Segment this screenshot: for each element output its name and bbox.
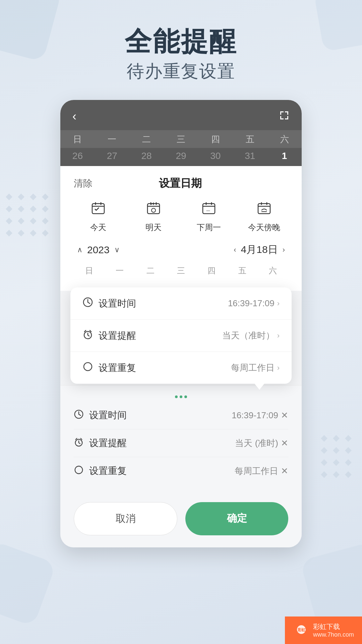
- tooltip-container: 设置时间 16:39-17:09 ›: [60, 287, 302, 384]
- quick-dates: 今天 明天: [74, 201, 288, 233]
- month-display: 4月18日: [241, 243, 278, 257]
- panel-header: 清除 设置日期: [74, 176, 288, 191]
- date-1[interactable]: 1: [267, 151, 302, 161]
- lower-repeat-icon: [74, 465, 84, 477]
- lower-repeat-row: 设置重复 每周工作日 ✕: [74, 457, 288, 485]
- year-down-button[interactable]: ∨: [114, 246, 120, 254]
- quick-date-today[interactable]: 今天: [74, 201, 122, 233]
- weekday-mon: 一: [95, 133, 129, 145]
- lower-section: 设置时间 16:39-17:09 ✕: [60, 385, 302, 493]
- time-value: 16:39-17:09: [228, 298, 275, 309]
- svg-line-33: [79, 442, 80, 443]
- setting-time-left: 设置时间: [82, 297, 136, 310]
- weekday-thu: 四: [198, 133, 233, 145]
- clock-icon: [82, 297, 93, 310]
- cal-sun: 日: [74, 263, 104, 278]
- tomorrow-icon: [146, 201, 161, 219]
- svg-line-35: [81, 438, 82, 439]
- lower-repeat-x-button[interactable]: ✕: [281, 466, 288, 476]
- year-month-nav: ∧ 2023 ∨ ‹ 4月18日 ›: [74, 243, 288, 257]
- lower-time-x-button[interactable]: ✕: [281, 410, 288, 421]
- reminder-label: 设置提醒: [99, 329, 136, 342]
- quick-date-tomorrow[interactable]: 明天: [129, 201, 178, 233]
- svg-line-26: [90, 330, 91, 332]
- next-monday-icon: 一: [201, 201, 216, 219]
- lower-reminder-left: 设置提醒: [74, 437, 127, 449]
- this-evening-icon: [257, 201, 272, 219]
- app-card: ‹ 日 一 二 三 四 五 六 26 27 28 29 30 31 1: [60, 100, 302, 547]
- lower-time-left: 设置时间: [74, 409, 127, 422]
- weekday-sun: 日: [60, 133, 95, 145]
- lower-reminder-row: 设置提醒 当天 (准时) ✕: [74, 429, 288, 457]
- tooltip-setting-reminder[interactable]: 设置提醒 当天（准时） ›: [70, 320, 292, 352]
- sub-title: 待办重复设置: [0, 60, 362, 83]
- weekday-tue: 二: [129, 133, 164, 145]
- lower-reminder-x-button[interactable]: ✕: [281, 438, 288, 448]
- date-31[interactable]: 31: [233, 151, 267, 161]
- lower-reminder-right: 当天 (准时) ✕: [235, 437, 288, 449]
- deco-corner-bl: [0, 541, 56, 627]
- year-display: 2023: [87, 244, 110, 256]
- date-27[interactable]: 27: [95, 151, 129, 161]
- quick-date-this-evening[interactable]: 今天傍晚: [240, 201, 288, 233]
- tooltip-setting-repeat[interactable]: 设置重复 每周工作日 ›: [70, 352, 292, 384]
- main-title: 全能提醒: [0, 27, 362, 56]
- top-bar: ‹: [60, 100, 302, 130]
- back-button[interactable]: ‹: [72, 109, 76, 123]
- svg-point-8: [152, 208, 156, 212]
- deco-diamonds-left: [7, 195, 52, 240]
- alarm-icon: [82, 329, 93, 342]
- date-28[interactable]: 28: [129, 151, 164, 161]
- repeat-value: 每周工作日: [231, 362, 275, 374]
- date-26[interactable]: 26: [60, 151, 95, 161]
- cal-week-row: 日 一 二 三 四 五 六: [74, 263, 288, 278]
- setting-reminder-right: 当天（准时） ›: [222, 330, 280, 341]
- set-date-panel: 清除 设置日期 今天: [60, 166, 302, 291]
- header-section: 全能提醒 待办重复设置: [0, 0, 362, 100]
- watermark-brand: 彩虹下载: [313, 622, 354, 631]
- cal-thu: 四: [196, 263, 227, 278]
- weekday-sat: 六: [267, 133, 302, 145]
- today-label: 今天: [90, 222, 106, 233]
- lower-time-row: 设置时间 16:39-17:09 ✕: [74, 401, 288, 429]
- repeat-icon: [82, 361, 93, 374]
- year-nav: ∧ 2023 ∨: [77, 244, 120, 256]
- date-30[interactable]: 30: [198, 151, 233, 161]
- panel-title: 设置日期: [159, 176, 202, 191]
- lower-repeat-right: 每周工作日 ✕: [235, 465, 288, 477]
- date-29[interactable]: 29: [164, 151, 198, 161]
- month-next-button[interactable]: ›: [283, 246, 285, 254]
- setting-repeat-left: 设置重复: [82, 361, 136, 374]
- green-dots: [74, 393, 288, 401]
- cancel-button[interactable]: 取消: [74, 502, 177, 535]
- expand-button[interactable]: [279, 110, 290, 123]
- lower-reminder-label: 设置提醒: [89, 437, 127, 449]
- watermark-logo-icon: 彩虹: [293, 622, 310, 639]
- lower-time-label: 设置时间: [89, 409, 127, 422]
- reminder-chevron-icon: ›: [277, 331, 280, 340]
- phone-mockup: ‹ 日 一 二 三 四 五 六 26 27 28 29 30 31 1: [60, 100, 302, 547]
- clear-button[interactable]: 清除: [74, 177, 93, 190]
- svg-line-21: [88, 302, 90, 304]
- cal-tue: 二: [135, 263, 166, 278]
- confirm-button[interactable]: 确定: [185, 502, 288, 535]
- time-chevron-icon: ›: [277, 299, 280, 308]
- quick-date-next-monday[interactable]: 一 下周一: [184, 201, 233, 233]
- svg-point-36: [75, 466, 83, 474]
- cal-fri: 五: [227, 263, 257, 278]
- time-label: 设置时间: [99, 297, 136, 310]
- repeat-label: 设置重复: [99, 362, 136, 374]
- lower-repeat-left: 设置重复: [74, 465, 127, 477]
- svg-line-25: [84, 330, 86, 332]
- setting-reminder-left: 设置提醒: [82, 329, 136, 342]
- month-prev-button[interactable]: ‹: [234, 246, 236, 254]
- lower-time-right: 16:39-17:09 ✕: [232, 410, 288, 421]
- svg-point-27: [84, 363, 92, 371]
- year-up-button[interactable]: ∧: [77, 246, 82, 254]
- cal-mon: 一: [104, 263, 135, 278]
- tooltip-setting-time[interactable]: 设置时间 16:39-17:09 ›: [70, 287, 292, 320]
- month-nav: ‹ 4月18日 ›: [234, 243, 285, 257]
- tooltip-bubble: 设置时间 16:39-17:09 ›: [70, 287, 292, 384]
- this-evening-label: 今天傍晚: [248, 222, 280, 233]
- lower-clock-icon: [74, 409, 84, 422]
